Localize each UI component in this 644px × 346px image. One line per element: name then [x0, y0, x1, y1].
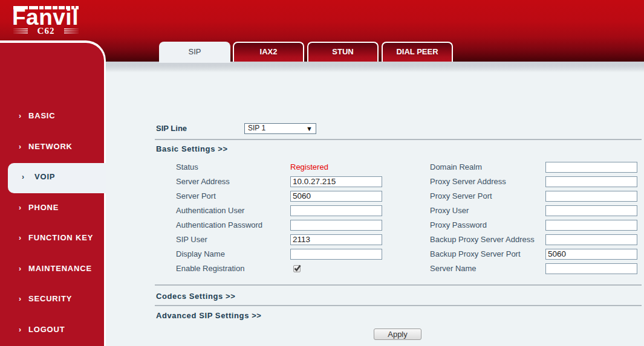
svg-text:C62: C62: [37, 26, 55, 36]
